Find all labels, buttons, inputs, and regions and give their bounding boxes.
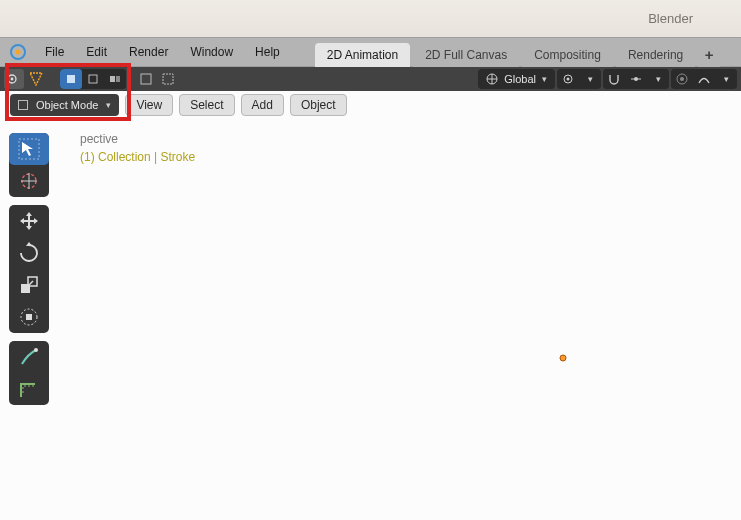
snap-chevron-icon[interactable]: ▾ (647, 69, 669, 89)
menu-edit[interactable]: Edit (75, 37, 118, 67)
tab-2d-animation[interactable]: 2D Animation (315, 43, 410, 67)
select-mode-1-icon[interactable] (60, 69, 82, 89)
rotate-icon (18, 242, 40, 264)
tool-scale[interactable] (9, 269, 49, 301)
svg-rect-9 (141, 74, 151, 84)
svg-rect-6 (89, 75, 97, 83)
chevron-down-icon: ▾ (106, 100, 111, 110)
chevron-down-icon: ▾ (542, 74, 547, 84)
tool-group-transform (9, 205, 49, 333)
viewport-3d[interactable] (0, 119, 741, 520)
pivot-icon[interactable] (557, 69, 579, 89)
move-icon (18, 210, 40, 232)
tool-rotate[interactable] (9, 237, 49, 269)
pivot-group: ▾ (557, 69, 601, 89)
mode-dropdown[interactable]: Object Mode ▾ (10, 94, 119, 116)
tool-cursor[interactable] (9, 165, 49, 197)
measure-icon (18, 378, 40, 400)
tab-2d-full-canvas[interactable]: 2D Full Canvas (413, 43, 519, 67)
svg-point-28 (34, 348, 38, 352)
menu-file[interactable]: File (34, 37, 75, 67)
transform-icon (18, 306, 40, 328)
view-name-label: pective (80, 132, 118, 146)
proportional-chevron-icon[interactable]: ▾ (715, 69, 737, 89)
top-menu-bar: File Edit Render Window Help 2D Animatio… (0, 37, 741, 67)
blender-logo-icon[interactable] (8, 42, 28, 62)
overlay-toggle-icon[interactable] (136, 69, 156, 89)
tool-group-select (9, 133, 49, 197)
menu-add[interactable]: Add (241, 94, 284, 116)
annotate-icon (18, 346, 40, 368)
select-mode-3-icon[interactable] (104, 69, 126, 89)
tool-move[interactable] (9, 205, 49, 237)
tool-transform[interactable] (9, 301, 49, 333)
viewport-menu-row: Object Mode ▾ View Select Add Object (0, 91, 741, 119)
tab-compositing[interactable]: Compositing (522, 43, 613, 67)
snap-magnet-icon[interactable] (603, 69, 625, 89)
menu-help[interactable]: Help (244, 37, 291, 67)
workspace-tabs: 2D Animation 2D Full Canvas Compositing … (315, 37, 720, 67)
app-title: Blender (648, 11, 693, 26)
cursor-3d-marker (558, 349, 566, 357)
menu-window[interactable]: Window (179, 37, 244, 67)
editor-header: Global ▾ ▾ ▾ ▾ (0, 67, 741, 91)
scale-icon (18, 274, 40, 296)
svg-marker-4 (30, 73, 42, 85)
pivot-chevron-icon[interactable]: ▾ (579, 69, 601, 89)
orientation-dropdown[interactable]: Global ▾ (478, 69, 555, 89)
svg-point-1 (16, 50, 21, 55)
select-mode-2-icon[interactable] (82, 69, 104, 89)
tool-group-annotate (9, 341, 49, 405)
cursor-3d-icon (18, 170, 40, 192)
svg-point-17 (680, 77, 684, 81)
overlay-toggle2-icon[interactable] (158, 69, 178, 89)
collection-path-label: (1) Collection | Stroke (80, 150, 195, 164)
tool-select-box[interactable] (9, 133, 49, 165)
snap-group: ▾ (603, 69, 669, 89)
menu-view[interactable]: View (125, 94, 173, 116)
menu-object[interactable]: Object (290, 94, 347, 116)
object-mode-icon (18, 100, 28, 110)
select-mode-group (60, 69, 126, 89)
svg-rect-7 (110, 76, 115, 82)
left-toolbar (9, 133, 49, 405)
svg-rect-5 (67, 75, 75, 83)
svg-rect-27 (26, 314, 32, 320)
svg-rect-8 (116, 76, 120, 82)
svg-point-29 (560, 355, 566, 361)
svg-point-3 (11, 78, 14, 81)
globe-icon (486, 73, 498, 85)
proportional-edit-icon[interactable] (671, 69, 693, 89)
tab-rendering[interactable]: Rendering (616, 43, 695, 67)
svg-point-13 (567, 78, 570, 81)
mode-icon[interactable] (26, 69, 46, 89)
os-title-bar: Blender (0, 0, 741, 37)
select-box-icon (18, 138, 40, 160)
menu-select[interactable]: Select (179, 94, 234, 116)
tool-annotate[interactable] (9, 341, 49, 373)
snap-target-icon[interactable] (625, 69, 647, 89)
svg-point-15 (634, 77, 638, 81)
proportional-group: ▾ (671, 69, 737, 89)
svg-marker-22 (26, 242, 32, 246)
falloff-icon[interactable] (693, 69, 715, 89)
tool-measure[interactable] (9, 373, 49, 405)
menu-render[interactable]: Render (118, 37, 179, 67)
svg-rect-10 (163, 74, 173, 84)
add-workspace-button[interactable]: + (698, 42, 720, 67)
editor-type-dropdown-icon[interactable] (4, 69, 24, 89)
